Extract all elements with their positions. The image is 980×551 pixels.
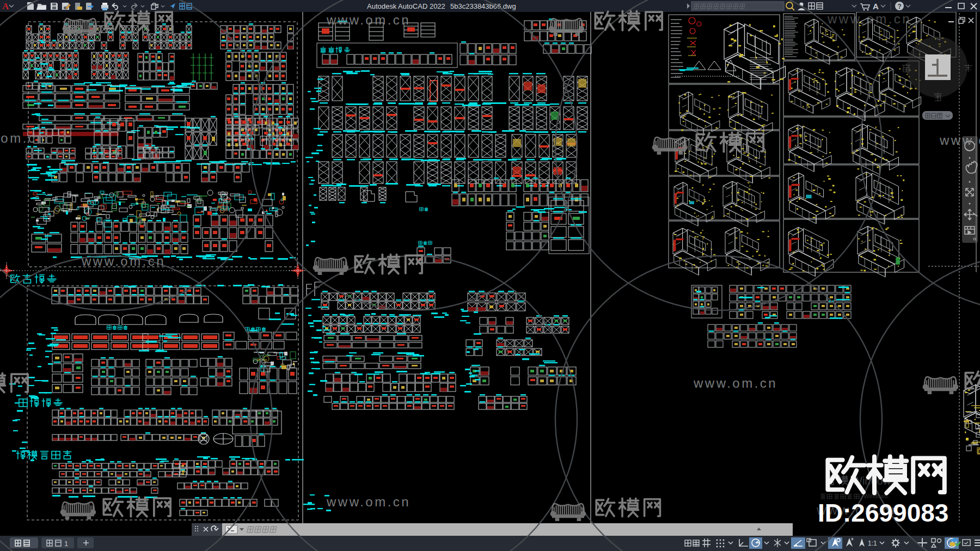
svg-text:1: 1 — [64, 540, 68, 548]
svg-text:?: ? — [898, 3, 902, 10]
svg-text:1:1: 1:1 — [868, 540, 877, 547]
svg-text:A: A — [873, 2, 879, 11]
svg-text:A: A — [2, 1, 9, 11]
